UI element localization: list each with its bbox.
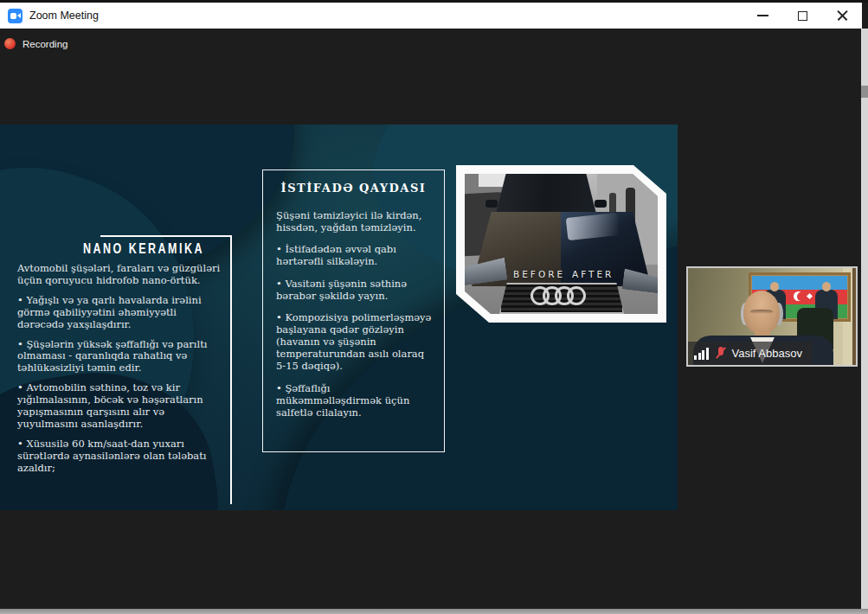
- zoom-camera-icon: [8, 9, 23, 23]
- window-bottom-edge: [0, 609, 868, 614]
- car-windshield: [496, 174, 596, 214]
- car-mirror: [485, 200, 498, 208]
- recording-label: Recording: [23, 39, 68, 49]
- scrollbar-notch[interactable]: [861, 86, 868, 98]
- video-door-frame: [852, 268, 856, 365]
- muted-mic-icon: [715, 347, 726, 361]
- usage-panel-body: Şüşəni təmizləyici ilə kirdən, hissdən, …: [276, 209, 434, 419]
- participant-video[interactable]: Vasif Abbasov: [686, 266, 858, 367]
- maximize-icon: [798, 11, 807, 21]
- close-icon: [837, 10, 848, 22]
- signal-strength-icon: [694, 348, 709, 360]
- paragraph: • Vasitəni şüşənin səthinə bərabər şəkil…: [276, 278, 434, 302]
- paragraph: • Şəffaflığı mükəmməlləşdirmək üçün salf…: [276, 382, 434, 419]
- left-panel-heading: NANO KERAMIKA: [68, 241, 220, 257]
- participant-name: Vasif Abbasov: [732, 347, 802, 360]
- recording-indicator[interactable]: Recording: [4, 38, 68, 49]
- close-button[interactable]: [822, 3, 862, 29]
- paragraph: • İstifadədən əvvəl qabı hərtərəfli silk…: [276, 243, 434, 267]
- recording-icon: [4, 38, 16, 49]
- paragraph: • Avtomobilin səthinə, toz və kir yığılm…: [17, 382, 225, 431]
- car-comparison-frame: BEFORE AFTER: [456, 165, 666, 323]
- title-bar[interactable]: Zoom Meeting: [0, 3, 862, 29]
- crescent-icon: [794, 291, 803, 301]
- paragraph: • Yağışlı və ya qarlı havalarda irəlini …: [17, 295, 225, 331]
- window-controls: [743, 3, 862, 29]
- paragraph: • Şüşələrin yüksək şəffaflığı və parıltı…: [17, 339, 225, 375]
- car-mirror: [595, 200, 607, 208]
- minimize-button[interactable]: [743, 3, 782, 29]
- car-comparison-photo: BEFORE AFTER: [465, 174, 658, 314]
- minimize-icon: [757, 15, 768, 16]
- star-icon: [807, 293, 813, 299]
- participant-name-bar: Vasif Abbasov: [688, 342, 813, 365]
- participant-eyes: [750, 310, 773, 314]
- usage-panel-heading: İSTİFADƏ QAYDASI: [263, 182, 444, 195]
- nano-keramika-panel: NANO KERAMIKA Avtomobil şüşələri, farala…: [17, 233, 232, 510]
- paragraph: Avtomobil şüşələri, faraları və güzgülər…: [17, 263, 225, 287]
- panel-frame-line: [230, 235, 232, 504]
- left-panel-body: Avtomobil şüşələri, faraları və güzgülər…: [17, 263, 225, 483]
- before-label: BEFORE: [513, 269, 565, 279]
- window-title: Zoom Meeting: [29, 10, 99, 22]
- panel-frame-line: [100, 235, 232, 237]
- after-label: AFTER: [572, 269, 614, 279]
- maximize-button[interactable]: [782, 3, 822, 29]
- window-right-edge-scrollbar[interactable]: [861, 29, 868, 609]
- paragraph: • Kompozisiya polimerləşməyə başlayana q…: [276, 311, 434, 373]
- paragraph: Şüşəni təmizləyici ilə kirdən, hissdən, …: [276, 209, 434, 233]
- presentation-slide: NANO KERAMIKA Avtomobil şüşələri, farala…: [0, 125, 678, 510]
- paragraph: • Xüsusilə 60 km/saat-dan yuxarı sürətlə…: [17, 438, 225, 475]
- audi-rings-logo: [530, 286, 586, 305]
- istifade-qaydasi-panel: İSTİFADƏ QAYDASI Şüşəni təmizləyici ilə …: [262, 169, 445, 452]
